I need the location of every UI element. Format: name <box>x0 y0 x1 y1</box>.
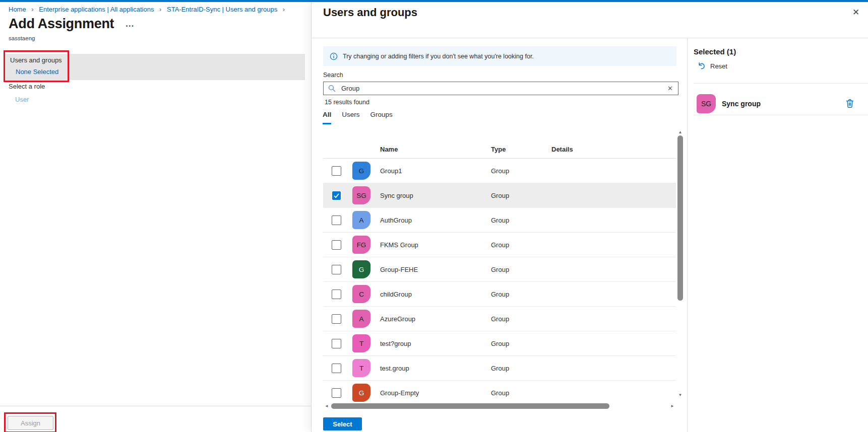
row-type: Group <box>491 217 551 224</box>
group-avatar: G <box>352 162 370 180</box>
filter-tabs: All Users Groups <box>323 111 393 124</box>
scroll-up-icon[interactable]: ▲ <box>676 128 685 135</box>
divider <box>694 83 868 84</box>
row-name: Group-FEHE <box>380 266 491 273</box>
table-row[interactable]: A AzureGroup Group <box>323 307 676 331</box>
row-checkbox[interactable] <box>332 364 341 373</box>
users-and-groups-flyout: Users and groups ✕ Try changing or addin… <box>311 2 868 432</box>
table-row[interactable]: A AuthGroup Group <box>323 208 676 233</box>
reset-button[interactable]: Reset <box>697 62 727 70</box>
none-selected-link[interactable]: None Selected <box>16 68 58 76</box>
role-user-link[interactable]: User <box>15 96 29 103</box>
more-options-icon[interactable]: … <box>125 19 135 29</box>
row-checkbox[interactable] <box>332 290 341 299</box>
table-row[interactable]: G Group-Empty Group <box>323 381 676 403</box>
table-row[interactable]: C childGroup Group <box>323 282 676 307</box>
breadcrumb-sta-entraid-sync[interactable]: STA-EntraID-Sync | Users and groups <box>167 6 277 13</box>
table-row[interactable]: SG Sync group Group <box>323 183 676 208</box>
select-a-role-label: Select a role <box>9 83 45 90</box>
search-input[interactable] <box>341 85 661 92</box>
search-label: Search <box>323 71 343 79</box>
column-header-type[interactable]: Type <box>491 146 551 153</box>
column-header-name[interactable]: Name <box>380 146 491 153</box>
breadcrumb-enterprise-applications[interactable]: Enterprise applications | All applicatio… <box>39 6 154 13</box>
scroll-right-icon[interactable]: ► <box>669 402 676 410</box>
row-name: test.group <box>380 365 491 372</box>
group-avatar: A <box>352 211 370 229</box>
tab-groups[interactable]: Groups <box>370 111 393 124</box>
row-checkbox[interactable] <box>332 240 341 250</box>
info-banner-text: Try changing or adding filters if you do… <box>343 53 534 60</box>
footer-divider <box>0 406 311 406</box>
breadcrumb: Home › Enterprise applications | All app… <box>9 6 288 13</box>
row-name: Sync group <box>380 192 491 199</box>
scroll-left-icon[interactable]: ◄ <box>323 402 330 410</box>
row-type: Group <box>491 167 551 175</box>
selected-item-name: Sync group <box>722 100 844 108</box>
row-type: Group <box>491 389 551 397</box>
search-icon <box>328 84 336 93</box>
flyout-title: Users and groups <box>323 6 417 19</box>
row-name: Group-Empty <box>380 389 491 397</box>
table-row[interactable]: T test?group Group <box>323 331 676 356</box>
group-avatar: G <box>352 260 370 278</box>
group-avatar: G <box>352 384 370 402</box>
group-avatar: T <box>352 359 370 377</box>
search-box[interactable]: ✕ <box>323 82 678 95</box>
horizontal-scrollbar-thumb[interactable] <box>331 403 609 409</box>
divider <box>694 115 868 115</box>
group-avatar: SG <box>697 94 716 113</box>
scroll-down-icon[interactable]: ▼ <box>676 391 685 398</box>
row-checkbox[interactable] <box>332 314 341 324</box>
group-avatar: T <box>352 334 370 352</box>
reset-label: Reset <box>710 62 727 70</box>
vertical-scrollbar[interactable]: ▲ ▼ <box>676 128 685 398</box>
vertical-scrollbar-thumb[interactable] <box>677 135 683 301</box>
horizontal-scrollbar[interactable]: ◄ ► <box>323 402 676 410</box>
row-type: Group <box>491 315 551 323</box>
selected-count-title: Selected (1) <box>694 47 736 56</box>
chevron-right-icon: › <box>159 6 161 13</box>
column-header-details[interactable]: Details <box>551 146 676 153</box>
row-name: test?group <box>380 340 491 347</box>
row-name: childGroup <box>380 291 491 298</box>
chevron-right-icon: › <box>283 6 285 13</box>
row-name: AzureGroup <box>380 315 491 323</box>
table-row[interactable]: FG FKMS Group Group <box>323 233 676 257</box>
row-type: Group <box>491 340 551 347</box>
row-type: Group <box>491 291 551 298</box>
info-banner: Try changing or adding filters if you do… <box>323 46 676 66</box>
selected-item: SG Sync group <box>697 88 863 119</box>
row-type: Group <box>491 192 551 199</box>
close-icon[interactable]: ✕ <box>850 6 862 18</box>
row-checkbox[interactable] <box>332 191 341 200</box>
row-name: Group1 <box>380 167 491 175</box>
add-assignment-page: Home › Enterprise applications | All app… <box>0 0 868 432</box>
users-and-groups-selector[interactable]: Users and groups None Selected <box>5 54 305 80</box>
table-row[interactable]: T test.group Group <box>323 356 676 381</box>
row-checkbox[interactable] <box>332 265 341 274</box>
users-and-groups-label: Users and groups <box>10 56 62 64</box>
row-checkbox[interactable] <box>332 166 341 176</box>
group-avatar: FG <box>352 236 370 254</box>
tab-all[interactable]: All <box>323 111 331 124</box>
selected-panel: Selected (1) Reset SG Sync group <box>688 38 868 432</box>
group-avatar: A <box>352 310 370 328</box>
row-checkbox[interactable] <box>332 215 341 225</box>
table-row[interactable]: G Group1 Group <box>323 159 676 183</box>
reset-undo-icon <box>697 62 706 70</box>
row-type: Group <box>491 266 551 273</box>
select-button[interactable]: Select <box>323 417 362 430</box>
table-row[interactable]: G Group-FEHE Group <box>323 257 676 282</box>
page-title: Add Assignment <box>9 16 114 32</box>
row-checkbox[interactable] <box>332 339 341 348</box>
assign-button[interactable]: Assign <box>8 416 53 430</box>
row-type: Group <box>491 241 551 249</box>
breadcrumb-home[interactable]: Home <box>9 6 26 13</box>
info-icon <box>330 52 338 60</box>
clear-search-icon[interactable]: ✕ <box>666 85 674 92</box>
row-checkbox[interactable] <box>332 388 341 398</box>
table-header: Name Type Details <box>323 140 676 159</box>
tab-users[interactable]: Users <box>342 111 359 124</box>
delete-icon[interactable] <box>844 98 856 110</box>
